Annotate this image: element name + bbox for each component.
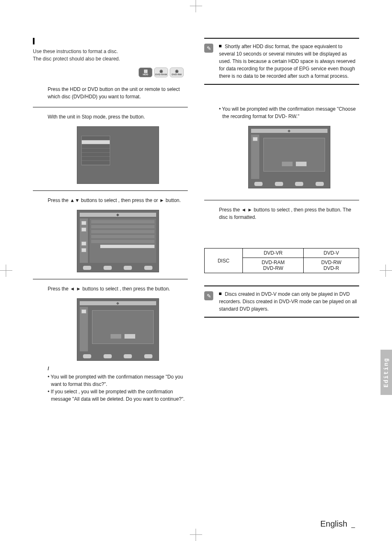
note-1-text: Shortly after HDD disc format, the space… (219, 44, 355, 79)
cell-v-a: DVD-RW (321, 260, 341, 265)
step-2-text: With the unit in Stop mode, press the bu… (48, 113, 188, 121)
dvd-rw-chip-icon: ◉ DVD-RW (170, 67, 184, 77)
step-4-text: Press the ◄ ► buttons to select , then p… (48, 285, 188, 293)
table-row-label: DISC (205, 248, 243, 273)
osd4-topbar (251, 129, 327, 133)
osd2-line (91, 220, 154, 223)
osd2-sidebar (80, 218, 88, 263)
section-title (33, 37, 188, 44)
osd2-line (91, 230, 154, 233)
separator (33, 279, 188, 279)
square-bullet-icon (219, 45, 221, 47)
hdd-glyph-icon: ▤ (144, 69, 148, 73)
osd4-sidebar (251, 135, 259, 179)
osd3-btn-selected (111, 334, 121, 339)
step-4: Press the ◄ ► buttons to select , then p… (48, 285, 188, 361)
osd2-line (91, 235, 154, 238)
left-column: Use these instructions to format a disc.… (33, 37, 188, 508)
note-2-text: Discs created in DVD-V mode can only be … (219, 291, 357, 312)
osd-wrapper (219, 120, 359, 188)
osd2-footer-btn-icon (144, 266, 152, 270)
diamond-icon (116, 213, 119, 216)
side-tab-label: Editing (383, 358, 390, 388)
osd3-dialog (92, 310, 154, 344)
page-content: Use these instructions to format a disc.… (33, 37, 359, 508)
step-2-text-b: button. (130, 114, 145, 120)
osd2-footer-btn-icon (83, 266, 91, 270)
osd3-dialog-buttons (92, 334, 153, 339)
step-3: Press the ▲▼ buttons to select , then pr… (48, 197, 188, 272)
osd1-menu-row (82, 157, 110, 161)
separator (33, 190, 188, 191)
crop-mark-bottom (190, 529, 202, 541)
osd-screenshot-1 (77, 126, 159, 184)
osd3-footer-btn-icon (124, 354, 132, 358)
osd1-menu-row-selected (82, 140, 110, 144)
table-header-vr: DVD-VR (242, 248, 304, 258)
osd3-footer-btn-icon (104, 354, 112, 358)
note-icon: ✎ (204, 291, 213, 300)
note-1-body: Shortly after HDD disc format, the space… (219, 43, 359, 80)
bullet-2-a: If you select (51, 389, 78, 395)
separator (33, 107, 188, 107)
hdd-chip-icon: ▤ HDD (138, 67, 152, 77)
step-5-text: Press the ◄ ► buttons to select , then p… (219, 206, 359, 221)
osd4-btn (296, 162, 307, 166)
intro-line-2: The disc protect should also be cleared. (33, 56, 120, 62)
intro-text: Use these instructions to format a disc.… (33, 48, 188, 63)
step-5: Press the ◄ ► buttons to select , then p… (219, 206, 359, 221)
cell-vr-b: DVD-RW (263, 265, 283, 271)
table-row: DISC DVD-VR DVD-V (205, 248, 359, 258)
cell-v-b: DVD-R (323, 265, 339, 271)
crop-mark-top (190, 0, 202, 12)
step-4-text-a: Press the ◄ ► buttons to select (48, 286, 120, 292)
bullet-3-text: You will be prompted with the confirmati… (222, 106, 355, 119)
osd2-topbar (80, 213, 156, 217)
note-icon: ✎ (204, 44, 213, 53)
diamond-icon (288, 129, 291, 132)
footer-language: English (320, 519, 347, 529)
footer-underscore: _ (351, 521, 355, 528)
osd2-sidebar-icon (81, 241, 86, 246)
disc-glyph-icon: ◉ (159, 69, 163, 73)
crop-mark-right (380, 265, 392, 277)
osd3-topbar (80, 301, 156, 305)
bullet-1: You will be prompted with the confirmati… (48, 373, 188, 388)
diamond-icon (116, 302, 119, 304)
osd2-line (91, 225, 154, 228)
osd2-sidebar-icon (81, 248, 86, 252)
bullet-2: If you select , you will be prompted wit… (48, 388, 188, 403)
step-1-text: Press the HDD or DVD button on the unit … (48, 86, 188, 100)
hdd-chip-label: HDD (143, 73, 148, 76)
step-3-text-b: , then press the (118, 197, 154, 203)
osd1-menu-row (82, 153, 110, 157)
disc-type-icons: ▤ HDD ◉ DVD-RAM ◉ DVD-RW (33, 67, 184, 77)
page-footer: English _ (320, 519, 355, 529)
section-side-tab: Editing (380, 350, 392, 395)
step-3-text-c: or ► button. (154, 197, 181, 203)
osd2-footer-btn-icon (124, 266, 132, 270)
osd3-btn (125, 334, 135, 339)
right-column: ✎ Shortly after HDD disc format, the spa… (204, 37, 359, 508)
format-compatibility-table: DISC DVD-VR DVD-V DVD-RAM DVD-RW DVD-RW … (204, 248, 359, 273)
step-5-text-a: Press the ◄ ► buttons to select (219, 207, 291, 213)
osd2-footer-btn-icon (104, 266, 112, 270)
step-3-text-a: Press the ▲▼ buttons to select (48, 197, 118, 203)
note-block-1: ✎ Shortly after HDD disc format, the spa… (204, 38, 359, 85)
step-4-text-b: , then press the (120, 286, 155, 292)
note-2-body: Discs created in DVD-V mode can only be … (219, 290, 359, 313)
bullet-3: You will be prompted with the confirmati… (219, 105, 359, 120)
crop-mark-left (0, 265, 12, 277)
sub-heading-hdd-ram: / (48, 366, 188, 372)
osd2-line (91, 240, 154, 243)
step-3-text: Press the ▲▼ buttons to select , then pr… (48, 197, 188, 204)
disc-glyph-icon: ◉ (175, 69, 179, 73)
osd1-menu-row (82, 149, 110, 153)
osd3-sidebar (80, 307, 88, 351)
step-4-text-c: button. (155, 286, 170, 292)
intro-line-1: Use these instructions to format a disc. (33, 49, 118, 54)
osd2-panel (90, 218, 156, 263)
dvd-rw-chip-label: DVD-RW (172, 73, 182, 76)
osd2-sidebar-icon (81, 228, 86, 232)
osd-screenshot-4 (248, 126, 330, 188)
